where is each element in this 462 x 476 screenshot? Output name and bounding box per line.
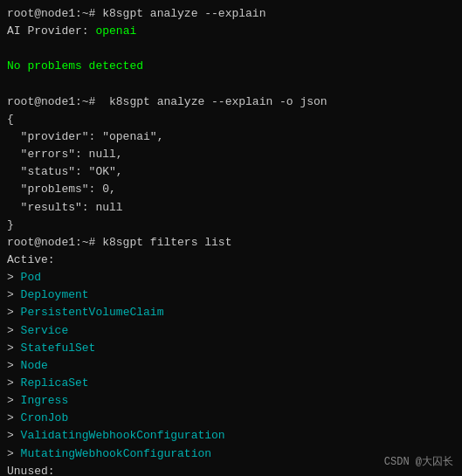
terminal-text: >: [7, 324, 21, 337]
terminal-text: "status": "OK",: [7, 165, 123, 178]
terminal-text: Unused:: [7, 465, 55, 476]
terminal-text: "results": null: [7, 201, 123, 214]
terminal-text: Pod: [21, 271, 41, 284]
terminal-text: CronJob: [21, 411, 69, 424]
terminal-text: ReplicaSet: [21, 376, 89, 390]
terminal-line: root@node1:~# k8sgpt analyze --explain -…: [7, 93, 455, 111]
terminal-text: >: [7, 271, 21, 284]
terminal-text: >: [7, 376, 21, 390]
terminal-line: > Ingress: [7, 392, 455, 410]
terminal-text: {: [7, 113, 14, 126]
terminal-line: > ValidatingWebhookConfiguration: [7, 427, 455, 445]
terminal-text: >: [7, 288, 21, 301]
terminal-line: > Pod: [7, 269, 455, 286]
terminal-text: AI Provider:: [7, 24, 95, 38]
terminal-text: Node: [21, 359, 48, 372]
terminal-text: openai: [95, 24, 136, 38]
terminal-line: {: [7, 111, 455, 128]
terminal-line: > Node: [7, 357, 455, 375]
terminal-line: > PersistentVolumeClaim: [7, 304, 455, 321]
terminal-line: > ReplicaSet: [7, 375, 455, 392]
terminal-line: [7, 76, 455, 93]
terminal-text: >: [7, 306, 21, 319]
terminal-line: > Deployment: [7, 286, 455, 304]
terminal-text: root@node1:~# k8sgpt analyze --explain -…: [7, 95, 328, 108]
terminal-window: root@node1:~# k8sgpt analyze --explainAI…: [0, 0, 462, 476]
terminal-text: StatefulSet: [21, 341, 96, 355]
terminal-text: >: [7, 411, 21, 424]
terminal-text: Active:: [7, 253, 55, 266]
terminal-text: >: [7, 341, 21, 355]
terminal-text: MutatingWebhookConfiguration: [21, 447, 211, 460]
terminal-line: No problems detected: [7, 58, 455, 75]
terminal-line: Active:: [7, 252, 455, 269]
terminal-line: > Service: [7, 322, 455, 340]
terminal-text: >: [7, 394, 21, 407]
terminal-text: Service: [21, 324, 69, 337]
terminal-text: "errors": null,: [7, 148, 123, 161]
terminal-line: > CronJob: [7, 410, 455, 427]
terminal-line: [7, 40, 455, 58]
terminal-line: "provider": "openai",: [7, 128, 455, 146]
terminal-text: No problems detected: [7, 59, 143, 72]
terminal-line: > StatefulSet: [7, 340, 455, 357]
terminal-text: PersistentVolumeClaim: [21, 306, 164, 319]
terminal-text: Deployment: [21, 288, 89, 301]
watermark: CSDN @大囚长: [384, 454, 453, 469]
terminal-text: >: [7, 429, 21, 442]
terminal-text: Ingress: [21, 394, 69, 407]
terminal-text: ValidatingWebhookConfiguration: [21, 429, 225, 442]
terminal-line: "problems": 0,: [7, 181, 455, 198]
terminal-text: >: [7, 359, 21, 372]
terminal-line: AI Provider: openai: [7, 23, 455, 40]
terminal-text: }: [7, 218, 14, 231]
terminal-text: "problems": 0,: [7, 183, 116, 196]
terminal-line: root@node1:~# k8sgpt filters list: [7, 234, 455, 252]
terminal-text: root@node1:~# k8sgpt filters list: [7, 236, 231, 249]
terminal-line: "status": "OK",: [7, 163, 455, 181]
terminal-text: "provider": "openai",: [7, 130, 163, 143]
terminal-line: }: [7, 217, 455, 234]
terminal-line: "results": null: [7, 199, 455, 217]
terminal-line: root@node1:~# k8sgpt analyze --explain: [7, 5, 455, 23]
terminal-text: >: [7, 447, 21, 460]
terminal-text: root@node1:~# k8sgpt analyze --explain: [7, 7, 265, 20]
terminal-line: "errors": null,: [7, 146, 455, 163]
